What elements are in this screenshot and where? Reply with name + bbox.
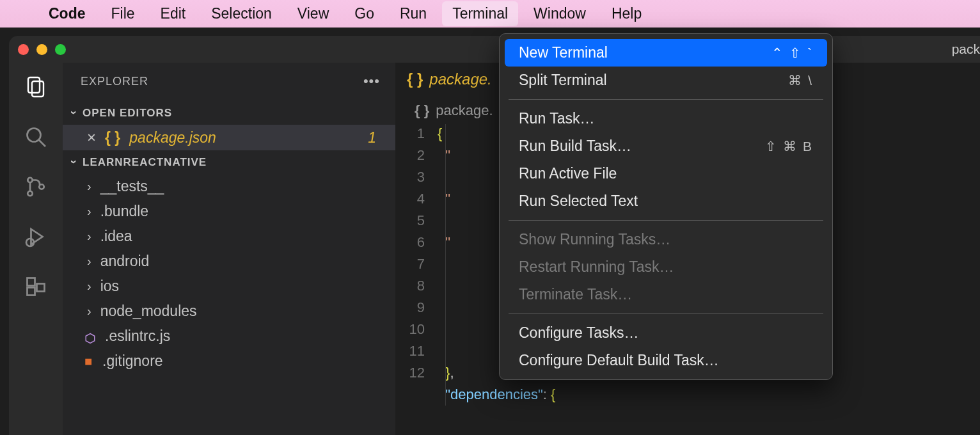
activity-bar xyxy=(9,63,63,435)
menu-go[interactable]: Go xyxy=(354,5,374,22)
folder-item[interactable]: ›__tests__ xyxy=(63,174,395,199)
menu-item-run-task[interactable]: Run Task… xyxy=(505,105,827,132)
extensions-icon[interactable] xyxy=(23,274,49,299)
menu-item-label: Configure Tasks… xyxy=(519,324,639,342)
open-editor-dirty-count: 1 xyxy=(368,129,385,146)
close-icon[interactable]: × xyxy=(87,129,96,146)
menu-item-shortcut: ⌘ \ xyxy=(788,73,813,88)
file-item[interactable]: .eslintrc.js xyxy=(63,324,395,349)
menu-separator xyxy=(509,220,823,221)
chevron-right-icon: › xyxy=(87,279,91,294)
menu-item-new-terminal[interactable]: New Terminal ⌃ ⇧ ` xyxy=(505,39,827,67)
chevron-right-icon: › xyxy=(87,204,91,219)
svg-rect-10 xyxy=(28,288,35,296)
chevron-right-icon: › xyxy=(87,304,91,319)
chevron-right-icon: › xyxy=(87,179,91,194)
svg-rect-9 xyxy=(28,278,35,286)
menu-edit[interactable]: Edit xyxy=(161,5,186,22)
file-item[interactable]: ◆ .gitignore xyxy=(63,349,395,374)
json-file-icon: { } xyxy=(407,70,423,88)
menu-item-label: Split Terminal xyxy=(519,72,607,89)
svg-point-4 xyxy=(28,178,33,183)
menu-item-label: Terminate Task… xyxy=(519,286,632,303)
folder-item[interactable]: ›android xyxy=(63,249,395,274)
folder-item[interactable]: ›ios xyxy=(63,274,395,299)
open-editors-header[interactable]: › OPEN EDITORS xyxy=(63,101,395,125)
git-file-icon: ◆ xyxy=(81,353,97,369)
file-name: .eslintrc.js xyxy=(105,328,170,345)
menu-item-label: Run Selected Text xyxy=(519,193,638,210)
file-name: .gitignore xyxy=(102,352,163,370)
menu-item-shortcut: ⌃ ⇧ ` xyxy=(771,45,813,61)
menu-separator xyxy=(509,99,823,100)
terminal-menu-dropdown: New Terminal ⌃ ⇧ ` Split Terminal ⌘ \ Ru… xyxy=(499,33,833,380)
menu-help[interactable]: Help xyxy=(612,5,642,22)
menu-item-run-active-file[interactable]: Run Active File xyxy=(505,160,827,187)
menu-item-run-build-task[interactable]: Run Build Task… ⇧ ⌘ B xyxy=(505,132,827,160)
json-file-icon: { } xyxy=(415,102,429,119)
svg-point-5 xyxy=(28,191,33,196)
menu-item-configure-tasks[interactable]: Configure Tasks… xyxy=(505,319,827,347)
menu-item-label: Run Build Task… xyxy=(519,138,631,155)
menu-item-label: Configure Default Build Task… xyxy=(519,352,719,369)
folder-item[interactable]: ›.bundle xyxy=(63,199,395,224)
svg-rect-1 xyxy=(32,81,43,97)
explorer-sidebar: EXPLORER ••• › OPEN EDITORS × { } packag… xyxy=(63,63,395,435)
svg-rect-11 xyxy=(37,284,45,292)
menu-item-show-running-tasks: Show Running Tasks… xyxy=(505,226,827,253)
vscode-window: pack EXPLORER ••• xyxy=(9,36,980,435)
macos-menubar: Code File Edit Selection View Go Run Ter… xyxy=(0,0,980,28)
project-header[interactable]: › LEARNREACTNATIVE xyxy=(63,150,395,174)
folder-name: .idea xyxy=(100,228,132,245)
folder-item[interactable]: ›node_modules xyxy=(63,299,395,324)
source-control-icon[interactable] xyxy=(23,174,49,200)
chevron-right-icon: › xyxy=(87,229,91,244)
svg-rect-0 xyxy=(28,77,40,93)
line-number-gutter: 1 2 3 4 5 6 7 8 9 10 11 12 xyxy=(395,123,438,406)
folder-name: .bundle xyxy=(100,203,148,220)
menu-item-shortcut: ⇧ ⌘ B xyxy=(765,139,813,154)
menu-item-restart-running-task: Restart Running Task… xyxy=(505,253,827,281)
svg-point-6 xyxy=(39,184,44,189)
folder-item[interactable]: ›.idea xyxy=(63,224,395,249)
project-name: LEARNREACTNATIVE xyxy=(83,156,207,169)
menu-view[interactable]: View xyxy=(297,5,329,22)
menu-item-split-terminal[interactable]: Split Terminal ⌘ \ xyxy=(505,67,827,94)
menu-item-label: Restart Running Task… xyxy=(519,258,674,276)
folder-name: ios xyxy=(100,278,119,295)
svg-line-3 xyxy=(39,140,46,147)
menu-item-label: Show Running Tasks… xyxy=(519,231,670,248)
menu-item-label: New Terminal xyxy=(519,44,608,61)
search-icon[interactable] xyxy=(23,124,49,150)
menu-item-label: Run Active File xyxy=(519,165,617,182)
window-title-right: pack xyxy=(952,42,980,57)
window-zoom-button[interactable] xyxy=(55,44,66,55)
editor-tab[interactable]: { } package. xyxy=(407,70,492,88)
menu-app[interactable]: Code xyxy=(49,5,86,22)
folder-name: __tests__ xyxy=(100,178,164,195)
explorer-icon[interactable] xyxy=(23,74,49,100)
menu-item-label: Run Task… xyxy=(519,110,594,127)
menu-separator xyxy=(509,313,823,314)
open-editors-label: OPEN EDITORS xyxy=(83,107,172,120)
breadcrumb-label: package. xyxy=(436,102,493,119)
menu-file[interactable]: File xyxy=(111,5,135,22)
json-file-icon: { } xyxy=(105,129,120,146)
chevron-right-icon: › xyxy=(87,254,91,269)
explorer-title: EXPLORER xyxy=(81,75,148,88)
menu-window[interactable]: Window xyxy=(533,5,586,22)
menu-item-run-selected-text[interactable]: Run Selected Text xyxy=(505,187,827,215)
menu-item-configure-default-build-task[interactable]: Configure Default Build Task… xyxy=(505,347,827,374)
window-titlebar: pack xyxy=(9,36,980,63)
explorer-more-icon[interactable]: ••• xyxy=(363,73,380,90)
window-minimize-button[interactable] xyxy=(36,44,47,55)
window-close-button[interactable] xyxy=(18,44,29,55)
run-debug-icon[interactable] xyxy=(23,224,49,249)
menu-selection[interactable]: Selection xyxy=(211,5,272,22)
menu-item-terminate-task: Terminate Task… xyxy=(505,281,827,308)
eslint-file-icon xyxy=(84,331,96,342)
menu-run[interactable]: Run xyxy=(400,5,427,22)
svg-marker-7 xyxy=(31,229,43,244)
open-editor-item[interactable]: × { } package.json 1 xyxy=(63,125,395,150)
menu-terminal[interactable]: Terminal xyxy=(442,1,518,26)
